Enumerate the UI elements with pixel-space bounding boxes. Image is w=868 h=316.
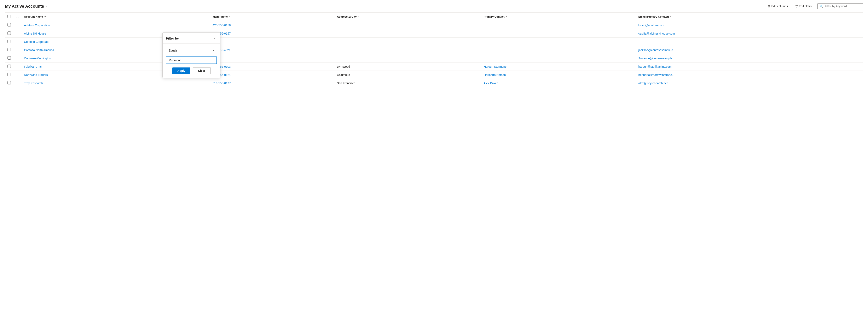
filter-condition-dropdown[interactable]: EqualsDoes not equalContainsDoes not con…	[166, 47, 217, 54]
edit-columns-icon: ⊞	[768, 5, 770, 8]
edit-columns-button[interactable]: ⊞ Edit columns	[766, 4, 789, 9]
row-primary-contact[interactable]: Alex Baker	[481, 79, 636, 87]
row-address-city: San Francisco	[334, 79, 481, 87]
filter-apply-button[interactable]: Apply	[173, 67, 190, 74]
col-label-account-name: Account Name	[24, 15, 43, 18]
col-header-address-city[interactable]: Address 1: City ∨	[334, 13, 481, 21]
accounts-table: ⛶ Account Name ↑∨ Main Phone ∨	[5, 13, 863, 87]
row-checkbox-cell	[5, 63, 13, 71]
row-main-phone: 614-555-0121	[210, 71, 334, 79]
table-row: Alpine Ski House281-555-0157cacilia@alpi…	[5, 29, 863, 38]
row-primary-contact[interactable]: Haroun Stormonth	[481, 63, 636, 71]
table-wrapper: ⛶ Account Name ↑∨ Main Phone ∨	[5, 12, 863, 87]
col-header-email[interactable]: Email (Primary Contact) ∨	[636, 13, 863, 21]
row-account-name[interactable]: Adatum Corporation	[22, 21, 210, 29]
row-email: heriberto@northwindtrade...	[636, 71, 863, 79]
row-main-phone: 281-555-0157	[210, 29, 334, 38]
row-address-city	[334, 46, 481, 54]
col-header-account-name[interactable]: Account Name ↑∨	[22, 13, 210, 21]
row-email: jackson@contososample.c...	[636, 46, 863, 54]
sort-icon-primary-contact: ∨	[505, 15, 507, 18]
filter-popup-body: EqualsDoes not equalContainsDoes not con…	[163, 44, 220, 78]
filter-value-input[interactable]	[166, 57, 217, 64]
row-checkbox-cell	[5, 71, 13, 79]
hierarchy-col: ⛶	[13, 13, 22, 21]
row-hierarchy-cell	[13, 79, 22, 87]
row-checkbox-cell	[5, 46, 13, 54]
edit-filters-label: Edit filters	[799, 5, 812, 8]
row-main-phone: 888 555-4321	[210, 46, 334, 54]
header-actions: ⊞ Edit columns ▽ Edit filters 🔍	[766, 3, 863, 9]
sort-icon-main-phone: ∨	[228, 15, 230, 18]
row-hierarchy-cell	[13, 29, 22, 38]
edit-filters-icon: ▽	[796, 5, 798, 8]
row-primary-contact	[481, 38, 636, 46]
row-account-name[interactable]: Trey Research	[22, 79, 210, 87]
edit-filters-button[interactable]: ▽ Edit filters	[794, 4, 813, 9]
row-checkbox[interactable]	[7, 81, 11, 84]
table-row: Adatum Corporation425-555-0158kevin@adat…	[5, 21, 863, 29]
row-hierarchy-cell	[13, 63, 22, 71]
filter-popup: Filter by ✕ EqualsDoes not equalContains…	[162, 33, 220, 78]
row-checkbox-cell	[5, 79, 13, 87]
row-checkbox[interactable]	[7, 65, 11, 68]
row-email: kevin@adatum.com	[636, 21, 863, 29]
row-checkbox[interactable]	[7, 23, 11, 27]
row-checkbox-cell	[5, 38, 13, 46]
sort-icon-account-name: ↑∨	[44, 15, 46, 18]
filter-clear-button[interactable]: Clear	[193, 67, 211, 74]
table-row: Contoso Corporate	[5, 38, 863, 46]
select-all-col	[5, 13, 13, 21]
search-icon: 🔍	[820, 5, 823, 8]
row-hierarchy-cell	[13, 71, 22, 79]
row-address-city	[334, 54, 481, 63]
row-hierarchy-cell	[13, 46, 22, 54]
row-checkbox[interactable]	[7, 56, 11, 60]
row-checkbox[interactable]	[7, 40, 11, 43]
row-primary-contact[interactable]: Heriberto Nathan	[481, 71, 636, 79]
col-header-main-phone[interactable]: Main Phone ∨	[210, 13, 334, 21]
col-label-main-phone: Main Phone	[213, 15, 228, 18]
row-primary-contact	[481, 54, 636, 63]
row-email: haroun@fabrikaminc.com	[636, 63, 863, 71]
header-title-area: My Active Accounts ∨	[5, 4, 48, 9]
filter-popup-close-button[interactable]: ✕	[213, 36, 217, 41]
row-checkbox[interactable]	[7, 31, 11, 35]
filter-popup-title: Filter by	[166, 37, 179, 40]
row-address-city	[334, 21, 481, 29]
row-hierarchy-cell	[13, 38, 22, 46]
table-row: Trey Research619-555-0127San FranciscoAl…	[5, 79, 863, 87]
row-main-phone	[210, 38, 334, 46]
edit-columns-label: Edit columns	[771, 5, 788, 8]
filter-popup-overlay: Filter by ✕ EqualsDoes not equalContains…	[162, 33, 220, 78]
row-main-phone: 619-555-0127	[210, 79, 334, 87]
row-checkbox-cell	[5, 54, 13, 63]
col-header-primary-contact[interactable]: Primary Contact ∨	[481, 13, 636, 21]
row-primary-contact	[481, 46, 636, 54]
header: My Active Accounts ∨ ⊞ Edit columns ▽ Ed…	[5, 3, 863, 9]
col-label-address-city: Address 1: City	[337, 15, 356, 18]
select-all-checkbox[interactable]	[7, 15, 11, 18]
row-checkbox[interactable]	[7, 48, 11, 51]
col-label-primary-contact: Primary Contact	[484, 15, 504, 18]
row-checkbox[interactable]	[7, 73, 11, 76]
title-chevron-icon[interactable]: ∨	[45, 5, 48, 8]
table-row: Northwind Traders614-555-0121ColumbusHer…	[5, 71, 863, 79]
row-address-city: Columbus	[334, 71, 481, 79]
page-title: My Active Accounts	[5, 4, 44, 9]
row-email: alex@treyresearch.net	[636, 79, 863, 87]
row-primary-contact	[481, 21, 636, 29]
col-label-email: Email (Primary Contact)	[639, 15, 669, 18]
close-icon: ✕	[214, 37, 216, 40]
keyword-filter-input[interactable]	[825, 5, 861, 8]
row-hierarchy-cell	[13, 21, 22, 29]
sort-icon-address-city: ∨	[358, 15, 359, 18]
row-checkbox-cell	[5, 21, 13, 29]
table-row: Contoso-WashingtonSuzanne@contososample.…	[5, 54, 863, 63]
row-email	[636, 38, 863, 46]
hierarchy-icon: ⛶	[16, 15, 19, 19]
row-address-city: Lynnwood	[334, 63, 481, 71]
table-row: Fabrikam, Inc.423-555-0103LynnwoodHaroun…	[5, 63, 863, 71]
row-main-phone	[210, 54, 334, 63]
table-header-row: ⛶ Account Name ↑∨ Main Phone ∨	[5, 13, 863, 21]
